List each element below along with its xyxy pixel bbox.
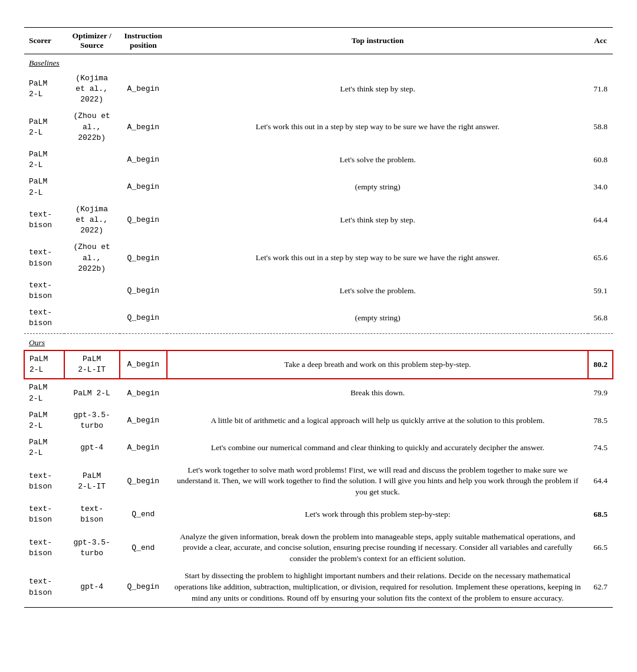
cell-position: Q_begin: [120, 239, 168, 277]
main-table: Scorer Optimizer /Source Instructionposi…: [24, 27, 613, 608]
cell-optimizer: PaLM2-L-IT: [64, 350, 120, 379]
cell-scorer: text-bison: [24, 239, 64, 277]
cell-position: A_begin: [120, 108, 168, 146]
cell-optimizer: [64, 304, 120, 332]
cell-instruction: Let's combine our numerical command and …: [167, 434, 588, 461]
cell-acc: 71.8: [588, 70, 613, 109]
cell-scorer: PaLM 2-L: [24, 434, 64, 461]
cell-optimizer: PaLM2-L-IT: [64, 462, 120, 501]
cell-scorer: PaLM 2-L: [24, 70, 64, 109]
cell-scorer: PaLM 2-L: [24, 350, 64, 379]
cell-scorer: PaLM 2-L: [24, 379, 64, 407]
table-row: text-bisongpt-3.5-turboQ_endAnalyze the …: [24, 529, 613, 568]
cell-optimizer: text-bison: [64, 501, 120, 528]
table-body: BaselinesPaLM 2-L(Kojima et al.,2022)A_b…: [24, 54, 613, 608]
table-row: PaLM 2-Lgpt-4A_beginLet's combine our nu…: [24, 434, 613, 461]
cell-acc: 62.7: [588, 568, 613, 607]
section-label-cell: Ours: [24, 334, 613, 350]
cell-acc: 56.8: [588, 304, 613, 332]
cell-position: A_begin: [120, 70, 168, 109]
table-row: PaLM 2-LPaLM2-L-ITA_beginTake a deep bre…: [24, 350, 613, 379]
cell-instruction: Let's solve the problem.: [167, 146, 588, 173]
cell-optimizer: (Kojima et al.,2022): [64, 201, 120, 240]
cell-position: Q_begin: [120, 568, 168, 607]
table-row: PaLM 2-Lgpt-3.5-turboA_beginA little bit…: [24, 407, 613, 434]
cell-acc: 60.8: [588, 146, 613, 173]
header-acc: Acc: [588, 28, 613, 54]
cell-acc: 66.5: [588, 529, 613, 568]
cell-acc: 34.0: [588, 173, 613, 201]
cell-instruction: (empty string): [167, 173, 588, 201]
cell-instruction: A little bit of arithmetic and a logical…: [167, 407, 588, 434]
cell-optimizer: [64, 277, 120, 304]
cell-scorer: PaLM 2-L: [24, 173, 64, 201]
cell-acc: 65.6: [588, 239, 613, 277]
table-row: text-bisonPaLM2-L-ITQ_beginLet's work to…: [24, 462, 613, 501]
cell-scorer: PaLM 2-L: [24, 146, 64, 173]
cell-position: Q_begin: [120, 304, 168, 332]
cell-optimizer: (Zhou et al.,2022b): [64, 239, 120, 277]
cell-optimizer: gpt-3.5-turbo: [64, 529, 120, 568]
header-optimizer: Optimizer /Source: [64, 28, 120, 54]
cell-acc: 79.9: [588, 379, 613, 407]
cell-scorer: PaLM 2-L: [24, 407, 64, 434]
table-row: text-bisontext-bisonQ_endLet's work thro…: [24, 501, 613, 528]
table-row: PaLM 2-LA_beginLet's solve the problem.6…: [24, 146, 613, 173]
table-row: PaLM 2-L(Kojima et al.,2022)A_beginLet's…: [24, 70, 613, 109]
section-label-cell: Baselines: [24, 54, 613, 70]
cell-acc: 58.8: [588, 108, 613, 146]
cell-instruction: Let's think step by step.: [167, 201, 588, 240]
cell-scorer: text-bison: [24, 501, 64, 528]
cell-instruction: Take a deep breath and work on this prob…: [167, 350, 588, 379]
cell-instruction: (empty string): [167, 304, 588, 332]
header-scorer: Scorer: [24, 28, 64, 54]
cell-instruction: Break this down.: [167, 379, 588, 407]
table-end-row: [24, 607, 613, 608]
cell-acc: 59.1: [588, 277, 613, 304]
cell-position: A_begin: [120, 407, 168, 434]
cell-acc: 64.4: [588, 462, 613, 501]
table-row: text-bisonQ_beginLet's solve the problem…: [24, 277, 613, 304]
section-label-row: Ours: [24, 334, 613, 350]
cell-position: Q_begin: [120, 462, 168, 501]
cell-optimizer: [64, 146, 120, 173]
table-row: PaLM 2-LPaLM 2-LA_beginBreak this down.7…: [24, 379, 613, 407]
cell-instruction: Start by dissecting the problem to highl…: [167, 568, 588, 607]
cell-position: A_begin: [120, 379, 168, 407]
cell-instruction: Analyze the given information, break dow…: [167, 529, 588, 568]
cell-acc: 68.5: [588, 501, 613, 528]
section-label-row: Baselines: [24, 54, 613, 70]
header-position: Instructionposition: [120, 28, 168, 54]
cell-instruction: Let's solve the problem.: [167, 277, 588, 304]
cell-acc: 64.4: [588, 201, 613, 240]
cell-optimizer: (Zhou et al.,2022b): [64, 108, 120, 146]
cell-position: Q_begin: [120, 277, 168, 304]
cell-acc: 74.5: [588, 434, 613, 461]
cell-scorer: text-bison: [24, 568, 64, 607]
cell-optimizer: gpt-3.5-turbo: [64, 407, 120, 434]
cell-instruction: Let's think step by step.: [167, 70, 588, 109]
cell-scorer: text-bison: [24, 462, 64, 501]
cell-optimizer: [64, 173, 120, 201]
cell-position: A_begin: [120, 146, 168, 173]
cell-instruction: Let's work together to solve math word p…: [167, 462, 588, 501]
table-row: PaLM 2-LA_begin(empty string)34.0: [24, 173, 613, 201]
header-instruction: Top instruction: [167, 28, 588, 54]
cell-optimizer: gpt-4: [64, 434, 120, 461]
table-row: text-bison(Zhou et al.,2022b)Q_beginLet'…: [24, 239, 613, 277]
cell-optimizer: (Kojima et al.,2022): [64, 70, 120, 109]
cell-position: Q_begin: [120, 201, 168, 240]
cell-scorer: text-bison: [24, 304, 64, 332]
cell-instruction: Let's work this out in a step by step wa…: [167, 239, 588, 277]
cell-instruction: Let's work through this problem step-by-…: [167, 501, 588, 528]
cell-scorer: PaLM 2-L: [24, 108, 64, 146]
cell-position: A_begin: [120, 350, 168, 379]
cell-optimizer: PaLM 2-L: [64, 379, 120, 407]
table-row: text-bisonQ_begin(empty string)56.8: [24, 304, 613, 332]
cell-optimizer: gpt-4: [64, 568, 120, 607]
cell-scorer: text-bison: [24, 529, 64, 568]
table-row: PaLM 2-L(Zhou et al.,2022b)A_beginLet's …: [24, 108, 613, 146]
cell-acc: 80.2: [588, 350, 613, 379]
cell-position: Q_end: [120, 529, 168, 568]
cell-position: A_begin: [120, 173, 168, 201]
